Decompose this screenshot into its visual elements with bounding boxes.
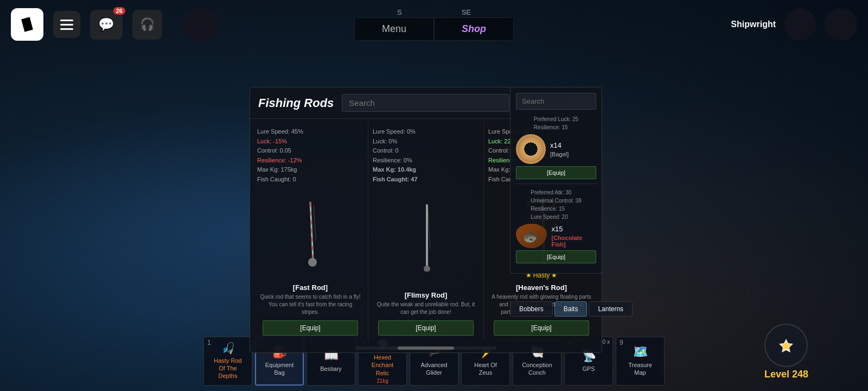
- hamburger-line: [60, 28, 73, 30]
- stat-resilience-bait: Resilience: 15: [534, 123, 578, 131]
- stat-resilience-choco: Resilience: 15: [531, 205, 581, 213]
- menu-hamburger-btn[interactable]: [53, 11, 80, 38]
- chat-btn[interactable]: 💬 26: [90, 10, 123, 40]
- slot-map-icon: 🗺️: [633, 345, 648, 359]
- headphone-btn[interactable]: 🎧: [132, 10, 162, 40]
- stat-pref-atk: Preferred Atk: 30: [531, 188, 581, 197]
- hotbar-slot-9[interactable]: 9 🗺️ TreasureMap: [616, 337, 665, 386]
- rod-name-fast: [Fast Rod]: [293, 283, 328, 292]
- slot-label-5: AdvancedGlider: [419, 360, 450, 378]
- rod-stats-fast: Lure Speed: 45% Luck: -15% Control: 0.05…: [257, 127, 363, 185]
- chat-icon: 💬: [98, 17, 114, 32]
- stat-fishcaught: Fish Caught: 0: [257, 175, 363, 185]
- bait-panel: Preferred Luck: 25 Resilience: 15 x14 [B…: [510, 87, 602, 274]
- slot-label-3: Bestiary: [318, 364, 344, 374]
- shipwright-label: Shipwright: [731, 20, 776, 29]
- right-avatar-btn[interactable]: [784, 8, 816, 41]
- choco-name: [Chocolate Fish]: [551, 235, 596, 248]
- nav-label-s: S: [397, 8, 402, 16]
- slot-label-9: TreasureMap: [626, 360, 654, 378]
- rod-desc-fast: Quick rod that seems to catch fish in a …: [257, 293, 363, 316]
- rod-image-fast: [299, 185, 321, 281]
- bagel-name: [Bagel]: [550, 151, 569, 157]
- nav-label-se: SE: [462, 8, 471, 16]
- scroll-thumb: [398, 346, 454, 350]
- equip-choco-btn[interactable]: [Equip]: [516, 250, 596, 263]
- avatar-btn[interactable]: [183, 7, 218, 42]
- bait-item-choco: Preferred Atk: 30 Universal Control: 38 …: [516, 188, 596, 263]
- tab-bobbers[interactable]: Bobbers: [510, 301, 553, 317]
- bait-tabs: Bobbers Baits Lanterns: [510, 301, 633, 317]
- level-up-btn[interactable]: [764, 324, 808, 367]
- hamburger-line: [60, 24, 73, 26]
- topbar-center: S SE Menu Shop: [354, 8, 514, 41]
- nav-tabs: Menu Shop: [354, 17, 514, 41]
- bait-search-input[interactable]: [516, 93, 596, 110]
- slot-rod-icon: 🎣: [221, 342, 235, 355]
- stat-lure-speed-2: Lure Speed: 0%: [373, 127, 479, 137]
- slot-label-4: HexedEnchantRelic: [369, 352, 395, 378]
- svg-point-6: [424, 266, 430, 272]
- choco-stats: Preferred Atk: 30 Universal Control: 38 …: [531, 188, 581, 221]
- right-avatar-2-btn[interactable]: [825, 8, 857, 41]
- equip-bagel-btn[interactable]: [Equip]: [516, 166, 596, 179]
- equip-fast-btn[interactable]: [Equip]: [263, 320, 358, 336]
- tab-baits[interactable]: Baits: [554, 301, 588, 317]
- bagel-count: x14: [550, 141, 569, 149]
- stat-lure-speed: Lure Speed: 45%: [257, 127, 363, 137]
- rod-image-flimsy: [415, 185, 437, 288]
- nav-labels: S SE: [397, 8, 471, 16]
- slot-label-8: GPS: [580, 364, 597, 374]
- tab-lanterns[interactable]: Lanterns: [589, 301, 633, 317]
- slot-label-1: Hasty RodOf TheDepths: [212, 356, 244, 381]
- tab-shop[interactable]: Shop: [434, 17, 514, 41]
- topbar: 💬 26 🎧 S SE Menu Shop Shipwright: [0, 0, 868, 49]
- stat-control-2: Control: 0: [373, 146, 479, 156]
- stat-luck-2: Luck: 0%: [373, 137, 479, 147]
- stat-universal-control: Universal Control: 38: [531, 197, 581, 205]
- stat-luck: Luck: -15%: [257, 137, 363, 147]
- slot-number-1: 1: [207, 339, 211, 346]
- slot-sub-4: 21kg: [376, 378, 388, 384]
- roblox-logo-btn[interactable]: [11, 8, 43, 41]
- level-text: Level 248: [764, 369, 808, 380]
- stat-resilience-2: Resilience: 0%: [373, 156, 479, 166]
- rods-search-input[interactable]: [342, 94, 509, 112]
- rod-card-fast: Lure Speed: 45% Luck: -15% Control: 0.05…: [253, 122, 368, 341]
- rod-name-heavens: [Heaven's Rod]: [516, 283, 567, 292]
- bait-divider: [516, 184, 596, 184]
- stat-lure-speed-choco: Lure Speed: 20: [531, 213, 581, 221]
- slot-label-2: EquipmentBag: [263, 360, 296, 378]
- level-badge: Level 248: [764, 324, 808, 380]
- bait-item-bagel: Preferred Luck: 25 Resilience: 15 x14 [B…: [516, 115, 596, 179]
- hotbar-slot-1[interactable]: 1 🎣 Hasty RodOf TheDepths: [203, 337, 252, 386]
- equip-flimsy-btn[interactable]: [Equip]: [378, 320, 474, 336]
- topbar-right: Shipwright: [731, 8, 857, 41]
- panel-title: Fishing Rods: [258, 96, 334, 110]
- stat-pref-luck: Preferred Luck: 25: [534, 115, 578, 123]
- rod-name-flimsy: [Flimsy Rod]: [405, 291, 448, 299]
- scroll-indicator: [355, 346, 496, 350]
- slot-label-6: Heart OfZeus: [472, 360, 499, 378]
- rod-desc-flimsy: Quite the weak and unreliable rod. But, …: [373, 301, 479, 316]
- svg-point-3: [308, 258, 317, 267]
- tab-menu[interactable]: Menu: [354, 17, 434, 41]
- svg-line-4: [314, 205, 316, 241]
- rod-stats-flimsy: Lure Speed: 0% Luck: 0% Control: 0 Resil…: [373, 127, 479, 185]
- rod-card-flimsy: Lure Speed: 0% Luck: 0% Control: 0 Resil…: [368, 122, 484, 341]
- svg-rect-0: [21, 17, 33, 31]
- notification-badge: 26: [113, 7, 125, 15]
- slot-number-9: 9: [620, 339, 623, 346]
- bagel-stats: Preferred Luck: 25 Resilience: 15: [534, 115, 578, 131]
- topbar-left: 💬 26 🎧: [11, 7, 218, 42]
- svg-line-7: [428, 209, 430, 250]
- stat-maxkg-2: Max Kg: 10.4kg: [373, 165, 479, 175]
- equip-heavens-btn[interactable]: [Equip]: [494, 320, 589, 336]
- choco-fish-icon: [516, 224, 547, 248]
- stat-resilience: Resilience: -12%: [257, 156, 363, 166]
- choco-count: x15: [551, 225, 596, 233]
- slot-label-7: ConceptionConch: [520, 360, 554, 378]
- stat-maxkg: Max Kg: 175kg: [257, 165, 363, 175]
- stat-fishcaught-2: Fish Caught: 47: [373, 175, 479, 185]
- bagel-icon: [516, 134, 546, 164]
